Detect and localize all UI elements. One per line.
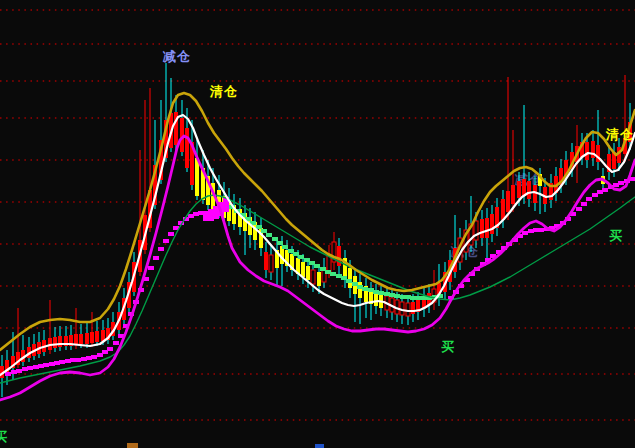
- chart-annotation: 买: [0, 429, 8, 444]
- ladder-green-step: [272, 237, 278, 241]
- candle-body: [306, 266, 310, 280]
- ladder-magenta-left-step: [148, 266, 154, 270]
- ladder-magenta-right-step: [618, 181, 624, 185]
- ladder-magenta-left-step: [163, 239, 169, 243]
- candle-body: [374, 292, 378, 306]
- ladder-magenta-right-step: [576, 207, 582, 211]
- candle-body: [533, 185, 537, 203]
- ladder-magenta-left-step: [27, 366, 33, 370]
- candle-body-hollow: [269, 255, 273, 272]
- chart-annotation: 买: [441, 339, 455, 354]
- ladder-green-step: [394, 294, 400, 298]
- ladder-magenta-left-step: [16, 369, 22, 373]
- chart-annotation: 买: [609, 228, 623, 243]
- clipped-label-fragment: [315, 444, 324, 448]
- candle-body: [511, 185, 515, 204]
- candle-body: [411, 302, 415, 314]
- chart-annotation: 减仓: [162, 49, 191, 64]
- candle-body: [517, 181, 521, 198]
- chart-annotation: 清仓: [209, 84, 238, 99]
- ladder-magenta-left-step: [153, 256, 159, 260]
- ladder-green-step: [314, 264, 320, 268]
- candle-body-hollow: [474, 221, 478, 240]
- candle-body: [337, 246, 341, 266]
- ladder-magenta-left-step: [158, 247, 164, 251]
- candle-body: [485, 218, 489, 238]
- candle-body: [90, 332, 94, 343]
- ladder-magenta-left-step: [91, 355, 97, 359]
- candle-body: [301, 262, 305, 277]
- candle-body: [585, 142, 589, 160]
- ladder-green-step: [266, 233, 272, 237]
- ladder-green-step: [410, 296, 416, 300]
- candle-body: [264, 252, 268, 270]
- candle-body: [185, 128, 189, 168]
- ladder-green-step: [261, 229, 267, 233]
- ladder-magenta-right-step: [538, 228, 544, 232]
- ladder-magenta-right-step: [602, 188, 608, 192]
- candle-body: [506, 191, 510, 212]
- ladder-magenta-right-step: [586, 197, 592, 201]
- ladder-green-step: [346, 279, 352, 283]
- clipped-label-fragment: [127, 443, 138, 448]
- candle-body: [358, 282, 362, 298]
- ladder-magenta-left-step: [5, 372, 11, 376]
- ladder-magenta-right-step: [522, 231, 528, 235]
- ladder-magenta-left-step: [107, 347, 113, 351]
- candlestick-chart: 减仓减仓减仓清仓清仓买买买: [0, 0, 635, 448]
- candle-body-hollow: [406, 303, 410, 316]
- chart-annotation: 清仓: [605, 127, 634, 142]
- candle-body: [95, 331, 99, 342]
- candle-body: [58, 336, 62, 347]
- ladder-green-step: [362, 287, 368, 291]
- candle-body: [317, 272, 321, 286]
- ladder-magenta-right-step: [581, 202, 587, 206]
- ladder-magenta-left-step: [43, 363, 49, 367]
- ladder-green-step: [256, 225, 262, 229]
- candle-body-hollow: [311, 270, 315, 284]
- ladder-green-step: [330, 272, 336, 276]
- ladder-green-step: [277, 241, 283, 245]
- ladder-magenta-left-step: [113, 341, 119, 345]
- ladder-magenta-left-step: [75, 358, 81, 362]
- stock-chart-panel[interactable]: 减仓减仓减仓清仓清仓买买买: [0, 0, 635, 448]
- candle-body: [74, 334, 78, 345]
- candle-body: [85, 333, 89, 344]
- candle-body: [53, 337, 57, 348]
- ladder-green-step: [378, 291, 384, 295]
- ladder-green-step: [282, 245, 288, 249]
- candle-body: [79, 334, 83, 344]
- candle-body: [480, 219, 484, 238]
- ladder-green-step: [298, 255, 304, 259]
- candle-body: [348, 268, 352, 288]
- ladder-magenta-left-step: [168, 232, 174, 236]
- candle-body: [527, 181, 531, 199]
- ladder-magenta-left-step: [59, 360, 65, 364]
- candle-body: [490, 214, 494, 234]
